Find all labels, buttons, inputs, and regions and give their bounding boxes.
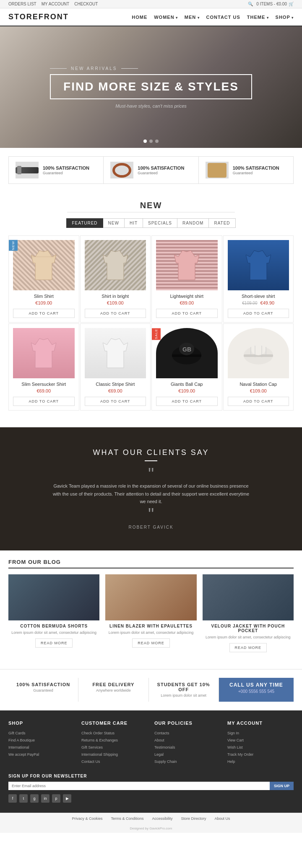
orders-list-link[interactable]: ORDERS LIST	[8, 2, 36, 6]
product-badge-1: NEW	[9, 240, 18, 251]
footer-col-policies: Our policies Contacts About Testimonials…	[154, 721, 221, 765]
satisfaction-text-1: 100% SATISFACTION Guaranteed	[43, 165, 89, 175]
social-facebook[interactable]: f	[8, 794, 17, 803]
social-linkedin[interactable]: in	[41, 794, 49, 803]
filter-random[interactable]: RANDOM	[177, 218, 209, 228]
social-google[interactable]: g	[30, 794, 39, 803]
checkout-link[interactable]: CHECKOUT	[74, 2, 98, 6]
read-more-btn-2[interactable]: READ MORE	[132, 638, 170, 648]
footer-supply-chain[interactable]: Supply Chain	[154, 758, 221, 765]
blog-post-title-1: COTTON BERMUDA SHORTS	[8, 624, 99, 628]
add-to-cart-btn-3[interactable]: ADD TO CART	[156, 309, 218, 318]
footer-legal[interactable]: Legal	[154, 751, 221, 758]
filter-hit[interactable]: HIT	[125, 218, 143, 228]
footer-find-boutique[interactable]: Find A Boutique	[8, 737, 75, 744]
product-price-1: €109.00	[13, 300, 75, 305]
shirt-svg-4	[246, 248, 271, 282]
section-title-new: NEW	[8, 201, 294, 210]
footer-testimonials[interactable]: Testimonials	[154, 744, 221, 751]
main-nav: HOME WOMEN MEN CONTACT US THEME SHOP	[132, 15, 294, 20]
hero-dot-3[interactable]	[155, 140, 159, 143]
footer-privacy[interactable]: Privacy & Cookies	[72, 816, 102, 821]
add-to-cart-btn-7[interactable]: ADD TO CART	[156, 397, 218, 406]
blog-img-1	[8, 574, 99, 620]
nav-women[interactable]: WOMEN	[154, 15, 178, 20]
add-to-cart-btn-6[interactable]: ADD TO CART	[85, 397, 146, 406]
add-to-cart-btn-8[interactable]: ADD TO CART	[228, 397, 289, 406]
hero-dot-2[interactable]	[149, 140, 153, 143]
social-icons: f t g in p ▶	[8, 794, 294, 803]
footer-returns[interactable]: Returns & Exchanges	[81, 737, 148, 744]
footer-track-order[interactable]: Track My Order	[227, 751, 294, 758]
footer-accessibility[interactable]: Accessibility	[152, 816, 172, 821]
blog-section: FROM OUR BLOG COTTON BERMUDA SHORTS Lore…	[0, 550, 302, 661]
top-bar: ORDERS LIST MY ACCOUNT CHECKOUT 🔍 0 ITEM…	[0, 0, 302, 8]
filter-new[interactable]: NEW	[103, 218, 125, 228]
footer-gift-services[interactable]: Gift Services	[81, 744, 148, 751]
footer-store-directory[interactable]: Store Directory	[181, 816, 206, 821]
section-divider	[8, 212, 294, 212]
footer-view-cart[interactable]: View Cart	[227, 737, 294, 744]
social-pinterest[interactable]: p	[52, 794, 60, 803]
feature-call[interactable]: CALL US ANY TIME +000 5556 555 545	[219, 678, 294, 702]
footer-order-status[interactable]: Check Order Status	[81, 730, 148, 737]
product-img-8	[228, 328, 289, 378]
my-account-link[interactable]: MY ACCOUNT	[42, 2, 70, 6]
newsletter-title: SIGN UP FOR OUR NEWSLETTER	[8, 774, 294, 778]
newsletter-input[interactable]	[8, 782, 270, 790]
product-card-3: Lightweight shirt €89.00 ADD TO CART	[151, 235, 222, 323]
footer-help[interactable]: Help	[227, 758, 294, 765]
footer-contacts[interactable]: Contacts	[154, 730, 221, 737]
shirt-svg-5	[31, 336, 56, 370]
cap-svg-7: GB	[170, 341, 203, 366]
product-name-7: Giants Ball Cap	[156, 382, 218, 387]
cart-info[interactable]: 0 ITEMS - €0.00 🛒	[256, 2, 294, 6]
footer-cols: Shop Gift Cards Find A Boutique Internat…	[8, 721, 294, 765]
svg-marker-6	[103, 338, 128, 368]
footer-sign-in[interactable]: Sign In	[227, 730, 294, 737]
nav-men[interactable]: MEN	[185, 15, 200, 20]
svg-point-13	[251, 343, 266, 355]
feature-satisfaction: 100% SATISFACTION Guaranteed	[8, 678, 78, 702]
footer-terms[interactable]: Terms & Conditions	[111, 816, 143, 821]
footer-col-shop: Shop Gift Cards Find A Boutique Internat…	[8, 721, 75, 765]
svg-text:GB: GB	[182, 346, 191, 353]
nav-shop[interactable]: SHOP	[276, 15, 294, 20]
footer-paypal[interactable]: We accept PayPal	[8, 751, 75, 758]
new-section: NEW FEATURED NEW HIT SPECIALS RANDOM RAT…	[0, 192, 302, 419]
feature-title-4: CALL US ANY TIME	[226, 682, 287, 688]
social-youtube[interactable]: ▶	[63, 794, 71, 803]
nav-contact[interactable]: CONTACT US	[206, 15, 240, 20]
nav-theme[interactable]: THEME	[247, 15, 269, 20]
footer-bottom: Privacy & Cookies Terms & Conditions Acc…	[0, 813, 302, 824]
footer-account-title: My Account	[227, 721, 294, 726]
add-to-cart-btn-5[interactable]: ADD TO CART	[13, 397, 75, 406]
add-to-cart-btn-1[interactable]: ADD TO CART	[13, 309, 75, 318]
footer-international[interactable]: International	[8, 744, 75, 751]
header: STOREFRONT HOME WOMEN MEN CONTACT US THE…	[0, 8, 302, 26]
add-to-cart-btn-4[interactable]: ADD TO CART	[228, 309, 289, 318]
hero-dot-1[interactable]	[143, 140, 147, 143]
search-icon[interactable]: 🔍	[248, 2, 253, 6]
product-price-4: €109.00 €49.90	[228, 300, 289, 305]
filter-featured[interactable]: FEATURED	[66, 218, 103, 228]
add-to-cart-btn-2[interactable]: ADD TO CART	[85, 309, 146, 318]
read-more-btn-1[interactable]: READ MORE	[35, 638, 73, 648]
footer-intl-shipping[interactable]: International Shipping	[81, 751, 148, 758]
nav-home[interactable]: HOME	[132, 15, 147, 20]
product-name-4: Short-sleve shirt	[228, 294, 289, 299]
filter-specials[interactable]: SPECIALS	[143, 218, 177, 228]
footer-contact-us[interactable]: Contact Us	[81, 758, 148, 765]
social-twitter[interactable]: t	[19, 794, 28, 803]
read-more-btn-3[interactable]: READ MORE	[229, 643, 267, 652]
footer-gift-cards[interactable]: Gift Cards	[8, 730, 75, 737]
footer-about[interactable]: About	[154, 737, 221, 744]
footer-wish-list[interactable]: Wish List	[227, 744, 294, 751]
blog-img-3	[203, 574, 294, 620]
footer-about-us[interactable]: About Us	[215, 816, 230, 821]
product-name-8: Naval Station Cap	[228, 382, 289, 387]
blog-post-title-2: LINEN BLAZER WITH EPAULETTES	[105, 624, 196, 628]
newsletter-submit[interactable]: SIGN UP	[270, 782, 294, 790]
features-strip: 100% SATISFACTION Guaranteed FREE DELIVE…	[0, 669, 302, 710]
filter-rated[interactable]: RATED	[209, 218, 235, 228]
